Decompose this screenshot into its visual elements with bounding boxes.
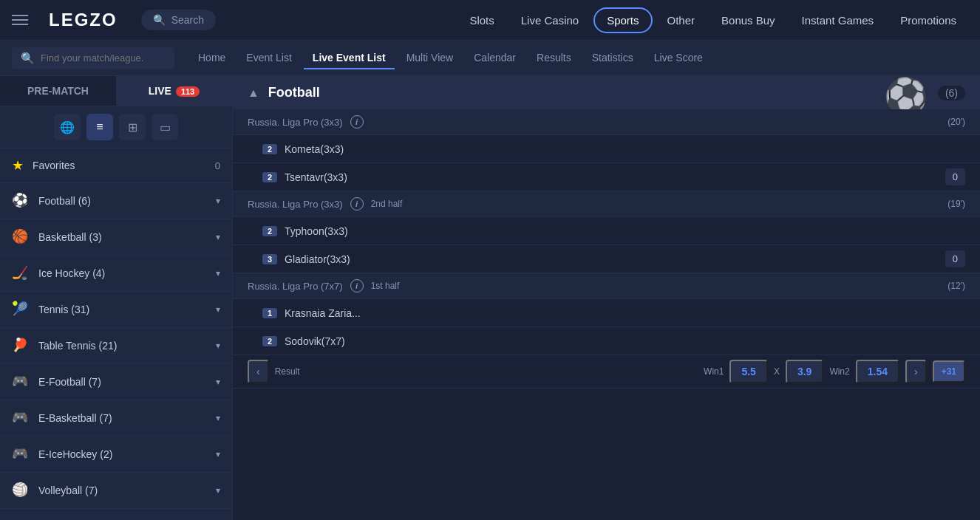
sport-name-icehockey: Ice Hockey (4): [38, 267, 216, 279]
sport-name-basketball: Basketball (3): [38, 231, 216, 243]
search-icon: 🔍: [153, 14, 166, 26]
prev-odds-button[interactable]: ‹: [248, 360, 269, 383]
second-nav-link-statistics[interactable]: Statistics: [583, 47, 642, 69]
league-half: 1st half: [371, 281, 400, 291]
volleyball-icon: 🏐: [12, 482, 30, 499]
info-icon[interactable]: i: [350, 279, 364, 292]
league-time: (20'): [947, 117, 965, 127]
second-nav-link-live-score[interactable]: Live Score: [645, 47, 712, 69]
favorites-label: Favorites: [33, 160, 215, 171]
tv-icon-btn[interactable]: ▭: [152, 114, 178, 140]
info-icon[interactable]: i: [350, 115, 364, 129]
star-icon: ★: [12, 157, 24, 174]
chevron-down-icon: ▾: [216, 304, 220, 315]
team2-name: Sodovik(7x7): [285, 335, 345, 347]
sports-list: ⚽Football (6)▾🏀Basketball (3)▾🏒Ice Hocke…: [0, 183, 232, 509]
nav-link-instant-games[interactable]: Instant Games: [790, 9, 886, 32]
nav-link-promotions[interactable]: Promotions: [888, 9, 968, 32]
sidebar-item-football[interactable]: ⚽Football (6)▾: [0, 183, 232, 219]
sidebar-item-tennis[interactable]: 🎾Tennis (31)▾: [0, 292, 232, 328]
sport-section-title: Football: [268, 85, 320, 100]
sidebar-item-ebasketball[interactable]: 🎮E-Basketball (7)▾: [0, 400, 232, 437]
team2-score: 2: [262, 172, 277, 182]
second-nav-link-multi-view[interactable]: Multi View: [398, 47, 463, 69]
sidebar-tab-pre-match[interactable]: PRE-MATCH: [0, 76, 116, 106]
second-nav-link-live-event-list[interactable]: Live Event List: [304, 47, 395, 69]
logo: LEGZO: [49, 10, 118, 30]
sport-name-efootball: E-Football (7): [38, 376, 216, 388]
league-half: 2nd half: [371, 199, 403, 209]
sidebar-tabs: PRE-MATCHLIVE113: [0, 76, 232, 106]
nav-link-sports[interactable]: Sports: [593, 7, 652, 33]
chevron-down-icon: ▾: [216, 449, 220, 459]
hamburger-button[interactable]: [12, 15, 28, 25]
leagues-container: Russia. Liga Pro (3x3)i(20') 2 Kometa(3x…: [233, 109, 980, 389]
nav-link-live-casino[interactable]: Live Casino: [509, 9, 591, 32]
match-block: 1 Krasnaia Zaria... 2 Sodovik(7x7) ‹ Res…: [233, 299, 980, 389]
match-row-team1: 2 Kometa(3x3): [233, 135, 980, 163]
second-nav-link-results[interactable]: Results: [528, 47, 580, 69]
sidebar-item-favorites[interactable]: ★ Favorites 0: [0, 148, 232, 183]
odds-row: ‹ Result Win1 5.5 X 3.9 Win2 1.54 › +31: [233, 355, 980, 389]
icehockey-icon: 🏒: [12, 264, 30, 282]
chevron-down-icon: ▾: [216, 413, 220, 423]
globe-icon-btn[interactable]: 🌐: [54, 114, 81, 140]
win1-odds-button[interactable]: 5.5: [729, 360, 767, 383]
sidebar-tab-live[interactable]: LIVE113: [116, 76, 232, 106]
league-name: Russia. Liga Pro (3x3): [248, 117, 343, 128]
sidebar-item-efootball[interactable]: 🎮E-Football (7)▾: [0, 364, 232, 400]
nav-links: SlotsLive CasinoSportsOtherBonus BuyInst…: [457, 7, 968, 33]
chevron-down-icon: ▾: [216, 232, 220, 242]
nav-link-other[interactable]: Other: [656, 9, 707, 32]
match-row-team2: 3 Gladiator(3x3) 0: [233, 245, 980, 273]
league-header-2: Russia. Liga Pro (7x7)i1st half(12'): [233, 273, 980, 299]
sidebar: PRE-MATCHLIVE113 🌐≡⊞▭ ★ Favorites 0 ⚽Foo…: [0, 76, 233, 520]
football-image: ⚽: [877, 76, 936, 109]
info-icon[interactable]: i: [350, 197, 364, 211]
football-icon: ⚽: [12, 192, 30, 210]
chevron-down-icon: ▾: [216, 341, 220, 351]
sidebar-item-volleyball[interactable]: 🏐Volleyball (7)▾: [0, 473, 232, 509]
nav-link-slots[interactable]: Slots: [457, 9, 506, 32]
nav-link-bonus-buy[interactable]: Bonus Buy: [710, 9, 787, 32]
team1-name: Typhoon(3x3): [285, 225, 348, 237]
search-button[interactable]: 🔍 Search: [141, 10, 216, 30]
search-icon: 🔍: [21, 52, 35, 65]
team1-score: 2: [262, 144, 277, 154]
main-content: ▲ Football ⚽ (6) Russia. Liga Pro (3x3)i…: [233, 76, 980, 520]
grid-icon-btn[interactable]: ⊞: [119, 114, 146, 140]
sidebar-item-basketball[interactable]: 🏀Basketball (3)▾: [0, 219, 232, 256]
second-nav-link-home[interactable]: Home: [189, 47, 234, 69]
league-header-0: Russia. Liga Pro (3x3)i(20'): [233, 109, 980, 135]
match-block: 2 Kometa(3x3) 2 Tsentavr(3x3) 0: [233, 135, 980, 191]
more-odds-button[interactable]: +31: [933, 360, 965, 383]
x-label: X: [774, 366, 780, 377]
eicehockey-icon: 🎮: [12, 445, 30, 463]
tennis-icon: 🎾: [12, 301, 30, 318]
match-block: 2 Typhoon(3x3) 3 Gladiator(3x3) 0: [233, 217, 980, 273]
team2-name: Gladiator(3x3): [285, 253, 350, 265]
second-nav-link-event-list[interactable]: Event List: [237, 47, 300, 69]
x-odds-button[interactable]: 3.9: [786, 360, 823, 383]
score-right: 0: [945, 168, 965, 185]
main-layout: PRE-MATCHLIVE113 🌐≡⊞▭ ★ Favorites 0 ⚽Foo…: [0, 76, 980, 520]
top-nav: LEGZO 🔍 Search SlotsLive CasinoSportsOth…: [0, 0, 980, 41]
league-header-1: Russia. Liga Pro (3x3)i2nd half(19'): [233, 191, 980, 217]
match-search-box[interactable]: 🔍: [12, 47, 174, 69]
list-icon-btn[interactable]: ≡: [86, 114, 113, 140]
sidebar-item-tabletennis[interactable]: 🏓Table Tennis (21)▾: [0, 328, 232, 364]
match-search-input[interactable]: [41, 52, 144, 64]
sidebar-item-icehockey[interactable]: 🏒Ice Hockey (4)▾: [0, 256, 232, 292]
team1-name: Kometa(3x3): [285, 143, 344, 155]
chevron-down-icon: ▾: [216, 268, 220, 278]
team2-score: 3: [262, 254, 277, 264]
next-odds-button[interactable]: ›: [905, 360, 927, 383]
chevron-down-icon: ▾: [216, 196, 220, 206]
sport-name-ebasketball: E-Basketball (7): [38, 412, 216, 424]
second-nav-link-calendar[interactable]: Calendar: [465, 47, 525, 69]
win2-odds-button[interactable]: 1.54: [856, 360, 899, 383]
sport-section-header[interactable]: ▲ Football ⚽ (6): [233, 76, 980, 109]
sport-name-tennis: Tennis (31): [38, 304, 216, 315]
sidebar-item-eicehockey[interactable]: 🎮E-IceHockey (2)▾: [0, 437, 232, 473]
efootball-icon: 🎮: [12, 373, 30, 391]
